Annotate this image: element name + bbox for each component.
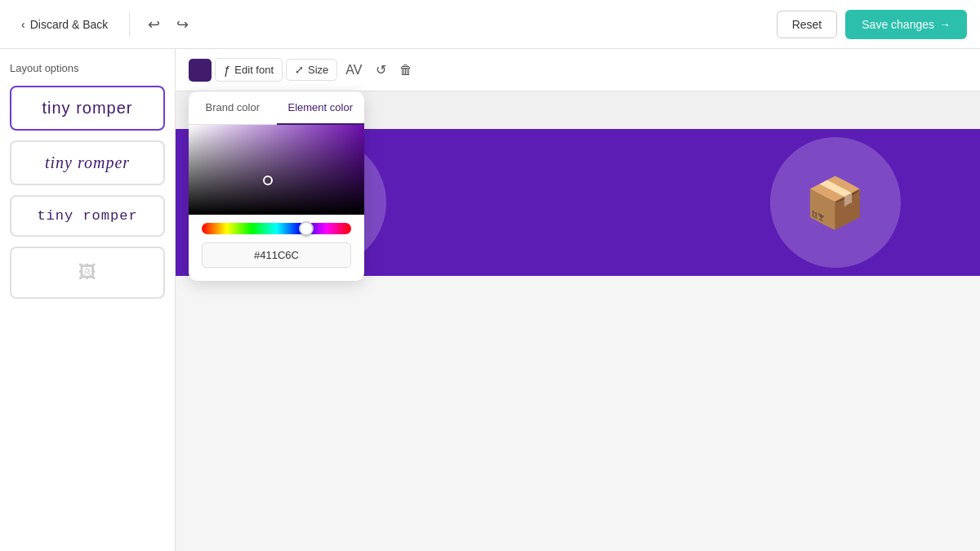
header: ‹ Discard & Back ↩ ↪ Reset Save changes … <box>0 0 980 49</box>
arrow-right-icon: → <box>939 18 951 31</box>
redo-button[interactable]: ↪ <box>172 11 194 38</box>
color-spectrum-slider[interactable] <box>202 223 351 234</box>
save-changes-button[interactable]: Save changes → <box>845 10 967 39</box>
edit-font-label: Edit font <box>234 64 274 76</box>
layout-option-3-text: tiny romper <box>37 208 137 224</box>
delete-button[interactable]: 🗑 <box>394 58 417 82</box>
element-color-label: Element color <box>288 101 353 113</box>
color-swatch-button[interactable] <box>189 59 212 82</box>
brand-color-label: Brand color <box>206 101 260 113</box>
layout-option-image[interactable]: 🖼 <box>10 247 165 299</box>
size-label: Size <box>308 64 328 76</box>
header-right: Reset Save changes → <box>777 10 967 39</box>
sidebar-title: Layout options <box>10 62 165 74</box>
header-nav: ↩ ↪ <box>143 11 194 38</box>
save-label: Save changes <box>862 18 934 31</box>
header-separator <box>129 12 130 37</box>
resize-icon: ⤢ <box>295 64 304 76</box>
spectrum-thumb[interactable] <box>299 221 314 236</box>
layout-option-2[interactable]: tiny romper <box>10 140 165 185</box>
toolbar: ƒ Edit font ⤢ Size AV ↺ 🗑 <box>176 49 980 91</box>
layout-option-1[interactable]: tiny romper <box>10 86 165 131</box>
undo-button[interactable]: ↩ <box>143 11 165 38</box>
brand-color-tab[interactable]: Brand color <box>189 91 277 124</box>
layout-option-1-text: tiny romper <box>42 99 132 118</box>
reset-style-button[interactable]: ↺ <box>371 57 391 82</box>
size-button[interactable]: ⤢ Size <box>286 59 337 81</box>
header-left: ‹ Discard & Back ↩ ↪ <box>13 11 194 38</box>
delete-icon: 🗑 <box>399 63 412 77</box>
sidebar: Layout options tiny romper tiny romper t… <box>0 49 176 551</box>
main-layout: Layout options tiny romper tiny romper t… <box>0 49 980 551</box>
layout-option-3[interactable]: tiny romper <box>10 195 165 237</box>
color-gradient-picker[interactable] <box>189 125 364 215</box>
gradient-brightness <box>189 125 364 215</box>
font-icon: ƒ <box>224 63 230 77</box>
color-picker-panel: Brand color Element color #411C6C <box>189 91 364 281</box>
color-tabs: Brand color Element color <box>189 91 364 125</box>
canvas-wrapper: ƒ Edit font ⤢ Size AV ↺ 🗑 Brand color <box>176 49 980 551</box>
discard-back-button[interactable]: ‹ Discard & Back <box>13 13 116 36</box>
gradient-cursor <box>263 176 273 185</box>
discard-back-label: Discard & Back <box>30 18 109 31</box>
edit-font-button[interactable]: ƒ Edit font <box>215 58 283 82</box>
tracking-icon: AV <box>345 63 362 77</box>
reset-button[interactable]: Reset <box>777 11 838 38</box>
reset-style-icon: ↺ <box>376 63 386 77</box>
element-color-tab[interactable]: Element color <box>277 91 365 125</box>
image-slot-icon: 🖼 <box>78 262 96 283</box>
tracking-button[interactable]: AV <box>341 58 367 82</box>
banner-circle-right: 📦 <box>770 137 901 268</box>
layout-option-2-text: tiny romper <box>45 153 130 172</box>
package-icon-right: 📦 <box>804 174 866 232</box>
chevron-left-icon: ‹ <box>21 18 25 31</box>
color-hex-input[interactable]: #411C6C <box>202 242 351 268</box>
